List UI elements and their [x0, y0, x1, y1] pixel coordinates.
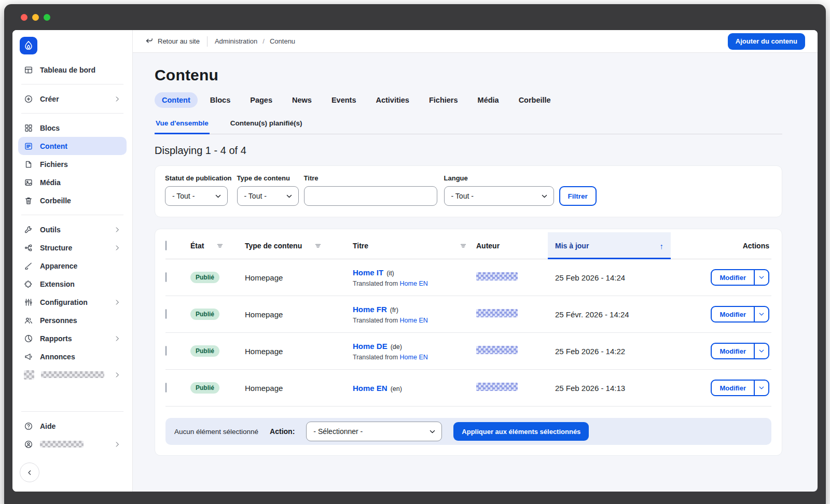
sidebar-item-user-account[interactable]: [18, 435, 127, 453]
chevron-down-icon[interactable]: [755, 344, 768, 358]
type-filter-value: - Tout -: [244, 192, 267, 200]
title-filter-input[interactable]: [304, 186, 437, 206]
row-checkbox[interactable]: [165, 346, 167, 356]
node-title-link[interactable]: Home IT: [353, 268, 383, 277]
page-title: Contenu: [155, 66, 782, 84]
tab-fichiers[interactable]: Fichiers: [422, 92, 465, 108]
sidebar-item-structure[interactable]: Structure: [18, 239, 127, 257]
sidebar-item-create[interactable]: Créer: [18, 90, 127, 108]
redacted-label: [41, 371, 104, 378]
row-checkbox[interactable]: [165, 272, 167, 282]
tab-events[interactable]: Events: [324, 92, 364, 108]
modifier-split-button[interactable]: Modifier: [711, 269, 769, 286]
selection-status-text: Aucun élément sélectionné: [174, 428, 258, 436]
table-row: Publié Homepage Home FR (fr) Translated …: [165, 296, 771, 333]
brush-icon: [24, 261, 33, 271]
sidebar-item-extension[interactable]: Extension: [18, 275, 127, 293]
node-title-link[interactable]: Home EN: [353, 384, 388, 393]
node-title-link[interactable]: Home DE: [353, 342, 388, 351]
breadcrumb-administration[interactable]: Administration: [215, 37, 257, 45]
title-cell: Home IT (it) Translated from Home EN: [353, 268, 476, 287]
translated-source-link[interactable]: Home EN: [400, 317, 428, 324]
sidebar-item-media[interactable]: Média: [18, 173, 127, 191]
minimize-window-button[interactable]: [32, 14, 39, 21]
subtab-contenus-planifies[interactable]: Contenu(s) planifié(s): [229, 115, 303, 134]
translated-source-link[interactable]: Home EN: [400, 354, 428, 361]
modifier-split-button[interactable]: Modifier: [711, 306, 769, 323]
translated-source-link[interactable]: Home EN: [400, 280, 428, 287]
collapse-sidebar-button[interactable]: [20, 463, 39, 482]
sidebar-item-redacted[interactable]: [18, 366, 127, 384]
sidebar-item-label: Média: [40, 178, 61, 187]
sidebar-item-configuration[interactable]: Configuration: [18, 293, 127, 311]
subtab-vue-densemble[interactable]: Vue d'ensemble: [155, 115, 210, 134]
translated-from-label: Translated from: [353, 317, 398, 324]
sidebar-item-blocs[interactable]: Blocs: [18, 119, 127, 137]
dashboard-icon: [24, 65, 33, 75]
modifier-split-button[interactable]: Modifier: [711, 380, 769, 396]
breadcrumb-contenu[interactable]: Contenu: [270, 37, 295, 45]
column-header-titre[interactable]: Titre: [353, 242, 368, 250]
maximize-window-button[interactable]: [44, 14, 50, 21]
sidebar-item-personnes[interactable]: Personnes: [18, 311, 127, 329]
add-content-button[interactable]: Ajouter du contenu: [728, 33, 805, 50]
megaphone-icon: [24, 352, 33, 361]
tab-blocs[interactable]: Blocs: [203, 92, 238, 108]
sidebar-item-rapports[interactable]: Rapports: [18, 329, 127, 347]
sidebar-item-aide[interactable]: Aide: [18, 417, 127, 435]
language-filter-select[interactable]: - Tout -: [444, 186, 554, 206]
tab-content[interactable]: Content: [155, 92, 198, 108]
select-all-checkbox[interactable]: [165, 241, 167, 250]
sort-icon[interactable]: [216, 242, 224, 249]
translated-from-label: Translated from: [353, 354, 398, 361]
column-header-etat[interactable]: État: [190, 242, 204, 250]
close-window-button[interactable]: [21, 14, 27, 21]
sidebar-item-content[interactable]: Content: [18, 137, 127, 155]
row-checkbox[interactable]: [165, 383, 167, 393]
table-row: Publié Homepage Home DE (de) Translated …: [165, 333, 771, 370]
sidebar-item-fichiers[interactable]: Fichiers: [18, 155, 127, 173]
modifier-button-label[interactable]: Modifier: [712, 307, 754, 321]
view-subtabs: Vue d'ensemble Contenu(s) planifié(s): [155, 115, 782, 134]
drupal-logo[interactable]: [20, 37, 37, 54]
modifier-button-label[interactable]: Modifier: [712, 270, 754, 285]
table-row: Publié Homepage Home IT (it) Translated …: [165, 259, 771, 296]
modifier-button-label[interactable]: Modifier: [712, 381, 754, 395]
tab-pages[interactable]: Pages: [243, 92, 280, 108]
back-to-site-link[interactable]: Retour au site: [145, 37, 200, 46]
sidebar-item-apparence[interactable]: Apparence: [18, 257, 127, 275]
sidebar-item-outils[interactable]: Outils: [18, 220, 127, 239]
sidebar-item-annonces[interactable]: Annonces: [18, 347, 127, 366]
tab-activities[interactable]: Activities: [368, 92, 416, 108]
tab-corbeille[interactable]: Corbeille: [511, 92, 558, 108]
updated-cell: 25 Feb 2026 - 14:13: [548, 384, 671, 393]
filters-card: Statut de publication - Tout - Type de c…: [155, 165, 782, 217]
row-checkbox[interactable]: [165, 309, 167, 319]
apply-to-selected-button[interactable]: Appliquer aux éléments sélectionnés: [453, 422, 589, 441]
redacted-icon: [24, 370, 34, 380]
tab-news[interactable]: News: [285, 92, 319, 108]
chevron-down-icon[interactable]: [755, 381, 768, 395]
status-badge: Publié: [190, 345, 219, 357]
column-header-type[interactable]: Type de contenu: [245, 242, 302, 250]
blocks-icon: [24, 123, 33, 133]
type-filter-select[interactable]: - Tout -: [237, 186, 299, 206]
translated-from-label: Translated from: [353, 280, 398, 287]
filter-submit-button[interactable]: Filtrer: [559, 186, 597, 206]
window-titlebar: [4, 4, 826, 30]
node-title-link[interactable]: Home FR: [353, 305, 387, 314]
modifier-split-button[interactable]: Modifier: [711, 343, 769, 359]
sidebar-item-dashboard[interactable]: Tableau de bord: [18, 61, 127, 79]
redacted-author: [476, 346, 518, 354]
column-header-mis-a-jour[interactable]: Mis à jour ↑: [548, 232, 671, 259]
sort-icon[interactable]: [460, 242, 467, 249]
modifier-button-label[interactable]: Modifier: [712, 344, 754, 358]
chevron-down-icon[interactable]: [755, 270, 768, 285]
window-content: Tableau de bord Créer Blocs: [12, 30, 818, 492]
tab-media[interactable]: Média: [471, 92, 506, 108]
chevron-down-icon[interactable]: [755, 307, 768, 321]
sort-icon[interactable]: [314, 242, 322, 249]
status-filter-select[interactable]: - Tout -: [165, 186, 228, 206]
bulk-action-select[interactable]: - Sélectionner -: [306, 422, 442, 441]
sidebar-item-corbeille[interactable]: Corbeille: [18, 191, 127, 209]
